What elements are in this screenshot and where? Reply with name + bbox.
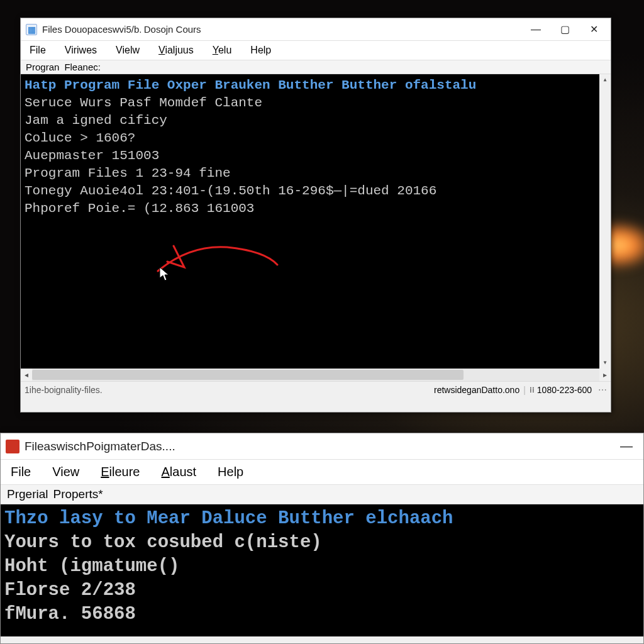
menubar: File Viriwes Vielw Vialjuus Yelu Help bbox=[21, 41, 611, 60]
app-icon bbox=[6, 440, 19, 453]
maximize-button[interactable]: ▢ bbox=[550, 19, 579, 40]
menu-eileure[interactable]: Eileure bbox=[97, 464, 143, 480]
status-icon: ⁞⁞ bbox=[530, 386, 535, 394]
term-line: fMura. 56868 bbox=[4, 602, 640, 626]
hscroll-track[interactable] bbox=[32, 369, 599, 381]
scroll-left-icon[interactable]: ◂ bbox=[21, 369, 32, 381]
term-line: Program Files 1 23-94 fine bbox=[25, 165, 607, 182]
minimize-button[interactable]: — bbox=[521, 19, 550, 40]
menu-yelu[interactable]: Yelu bbox=[209, 43, 236, 57]
toolbar-label-1: Progran bbox=[26, 62, 59, 72]
scroll-track[interactable] bbox=[599, 86, 611, 357]
toolbar: Progran Fleanec: bbox=[21, 60, 611, 74]
menubar: File View Eileure Alaust Help bbox=[1, 460, 643, 485]
menu-help[interactable]: Help bbox=[247, 43, 275, 57]
scroll-up-icon[interactable]: ▴ bbox=[599, 74, 611, 86]
term-line: Florse 2/238 bbox=[4, 579, 640, 602]
status-right-1: retwsideganDatto.ono bbox=[434, 385, 519, 395]
toolbar-label-2: Properts* bbox=[53, 487, 103, 501]
status-separator: | bbox=[523, 385, 526, 395]
horizontal-scrollbar[interactable]: ◂ ▸ bbox=[21, 369, 611, 381]
term-line: Coluce > 1606? bbox=[25, 130, 607, 147]
term-line: Seruce Wurs Pasf Momdef Clante bbox=[25, 94, 607, 112]
terminal-output[interactable]: Thzo lasy to Mear Daluce Butther elchaac… bbox=[1, 504, 643, 636]
minimize-button[interactable]: — bbox=[612, 436, 641, 457]
status-right-2: 1080-223-600 bbox=[537, 385, 592, 395]
statusbar: 1ihe-boignality-files. retwsideganDatto.… bbox=[21, 381, 611, 397]
term-line: Jam a igned cificy bbox=[25, 112, 607, 130]
titlebar[interactable]: FileaswischPoigmaterDas.... — bbox=[1, 433, 643, 460]
status-left: 1ihe-boignality-files. bbox=[25, 385, 434, 395]
term-line: Auepmaster 151003 bbox=[25, 147, 607, 165]
menu-vielw[interactable]: Vielw bbox=[112, 43, 143, 57]
menu-file[interactable]: File bbox=[26, 43, 50, 57]
titlebar-controls: — bbox=[612, 436, 641, 457]
menu-view[interactable]: View bbox=[48, 464, 83, 480]
term-line: Hatp Program File Oxper Brauken Butther … bbox=[25, 77, 607, 94]
app-icon: ▦ bbox=[26, 24, 37, 35]
toolbar: Prgerial Properts* bbox=[1, 485, 643, 504]
hscroll-thumb[interactable] bbox=[32, 370, 464, 380]
close-button[interactable]: ✕ bbox=[579, 19, 608, 40]
window-2: FileaswischPoigmaterDas.... — File View … bbox=[0, 433, 644, 644]
window-title: FileaswischPoigmaterDas.... bbox=[25, 440, 612, 453]
term-line: Tonegy Auoie4ol 23:401-(19.50th 16-296$—… bbox=[25, 182, 607, 200]
term-line: Phporef Poie.= (12.863 161003 bbox=[25, 200, 607, 218]
menu-viriwes[interactable]: Viriwes bbox=[61, 43, 101, 57]
toolbar-label-1: Prgerial bbox=[7, 487, 48, 501]
scroll-down-icon[interactable]: ▾ bbox=[599, 357, 611, 369]
scroll-right-icon[interactable]: ▸ bbox=[599, 369, 611, 381]
menu-vialjuus[interactable]: Vialjuus bbox=[155, 43, 197, 57]
toolbar-label-2: Fleanec: bbox=[64, 62, 101, 72]
terminal-output[interactable]: Hatp Program File Oxper Brauken Butther … bbox=[21, 74, 611, 369]
vertical-scrollbar[interactable]: ▴ ▾ bbox=[599, 74, 611, 369]
titlebar-controls: — ▢ ✕ bbox=[521, 19, 608, 40]
menu-file[interactable]: File bbox=[7, 464, 35, 480]
status-more-icon[interactable]: ⋯ bbox=[598, 385, 607, 395]
menu-alaust[interactable]: Alaust bbox=[158, 464, 201, 480]
window-1: ▦ Files Douopaceswvi5/b. Dosojn Cours — … bbox=[20, 18, 611, 413]
term-line: Thzo lasy to Mear Daluce Butther elchaac… bbox=[4, 507, 640, 531]
menu-help[interactable]: Help bbox=[214, 464, 247, 480]
term-line: Hoht (igmatume() bbox=[4, 555, 640, 579]
term-line: Yours to tox cosubed c(niste) bbox=[4, 531, 640, 555]
window-title: Files Douopaceswvi5/b. Dosojn Cours bbox=[42, 24, 521, 35]
titlebar[interactable]: ▦ Files Douopaceswvi5/b. Dosojn Cours — … bbox=[21, 18, 611, 41]
